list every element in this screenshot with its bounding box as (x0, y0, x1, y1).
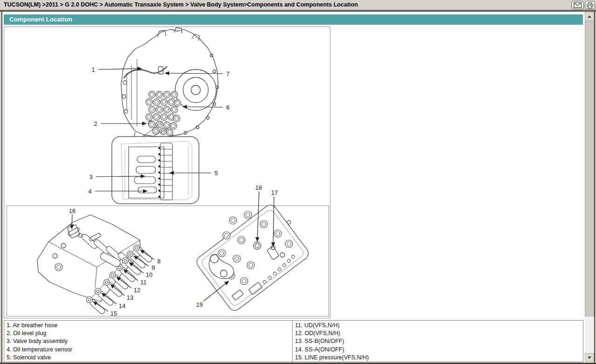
callout-number: 6 (226, 104, 229, 111)
callout-number: 17 (271, 189, 278, 196)
callout-number: 1 (91, 66, 95, 73)
envelope-icon (574, 2, 582, 8)
mail-button[interactable] (571, 1, 584, 9)
parts-list-item: 11. UD(VFS,N/H) (295, 322, 583, 330)
triangle-up-icon (588, 15, 591, 18)
callout-number: 4 (88, 188, 91, 195)
scroll-down-button[interactable] (585, 353, 594, 362)
callout-number: 2 (94, 120, 97, 127)
parts-list-item: 2. Oil level plug (7, 330, 292, 337)
parts-list-table: 1. Air breather hose2. Oil level plug3. … (4, 320, 583, 362)
vertical-scrollbar[interactable] (585, 12, 594, 362)
callout-number: 8 (157, 258, 160, 265)
callout-number: 9 (151, 264, 155, 271)
callout-number: 3 (89, 173, 92, 180)
callout-number: 10 (146, 271, 152, 278)
callout-number: 16 (69, 207, 75, 214)
scrollbar-thumb[interactable] (585, 21, 594, 316)
parts-list-item: 5. Solenoid valve (7, 354, 292, 362)
callout-number: 14 (119, 302, 125, 309)
callout-number: 19 (196, 301, 203, 308)
parts-list-item: 14. SS-A(ON/OFF) (295, 346, 583, 354)
parts-list-item: 1. Air breather hose (7, 322, 292, 330)
parts-list-item: 13. SS-B(ON/OFF) (295, 337, 583, 345)
breadcrumb: TUCSON(LM) >2011 > G 2.0 DOHC > Automati… (4, 1, 358, 8)
parts-list-item: 3. Valve body assembly (7, 337, 292, 345)
callout-number: 5 (214, 170, 218, 177)
triangle-down-icon (588, 357, 591, 359)
parts-list-item: 4. Oil temperature sensor (7, 346, 292, 354)
callout-number: 12 (134, 287, 140, 294)
print-button[interactable] (585, 1, 595, 9)
component-location-diagram: 12345678910111213141516171819 (4, 27, 330, 318)
parts-list-right-column: 11. UD(VFS,N/H)12. OD(VFS,N/H)13. SS-B(O… (293, 321, 583, 362)
printer-icon (587, 2, 593, 8)
page-title: Component Location (4, 14, 583, 25)
breadcrumb-bar: TUCSON(LM) >2011 > G 2.0 DOHC > Automati… (0, 0, 596, 10)
parts-list-item: 15. LINE pressure(VFS,N/H) (295, 354, 583, 362)
parts-list-item: 12. OD(VFS,N/H) (295, 330, 583, 337)
parts-list-left-column: 1. Air breather hose2. Oil level plug3. … (4, 321, 293, 362)
callout-number: 18 (255, 184, 262, 191)
callout-number: 15 (110, 310, 117, 317)
callout-number: 13 (127, 294, 133, 301)
scroll-up-button[interactable] (585, 12, 594, 21)
callout-number: 7 (226, 70, 229, 77)
service-manual-window: TUCSON(LM) >2011 > G 2.0 DOHC > Automati… (0, 0, 596, 364)
callout-number: 11 (140, 279, 147, 286)
